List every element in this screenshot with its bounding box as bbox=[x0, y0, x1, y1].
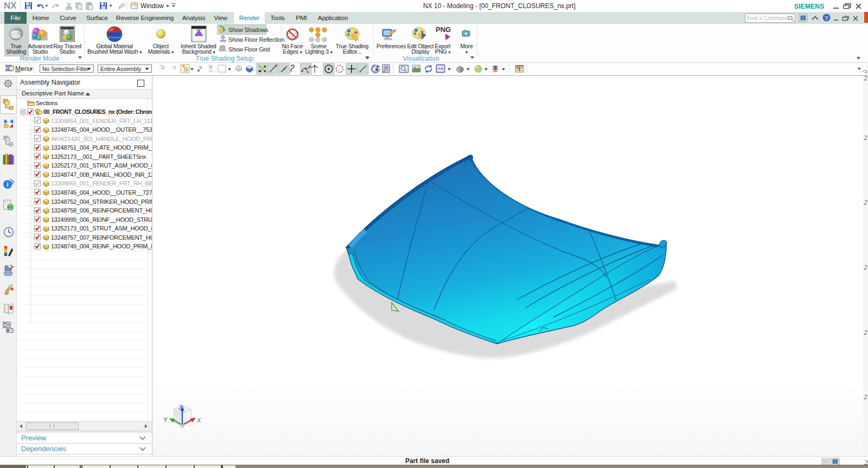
svg-text:X: X bbox=[196, 417, 201, 424]
svg-text:Y: Y bbox=[163, 416, 168, 423]
svg-text:2: 2 bbox=[864, 393, 867, 401]
svg-text:2: 2 bbox=[864, 76, 867, 82]
svg-text:?: ? bbox=[825, 15, 828, 21]
svg-text:Z: Z bbox=[178, 404, 183, 411]
svg-text:2: 2 bbox=[864, 328, 867, 336]
svg-text:2: 2 bbox=[864, 198, 867, 206]
svg-text:2: 2 bbox=[864, 133, 867, 142]
svg-text:2: 2 bbox=[864, 263, 867, 271]
